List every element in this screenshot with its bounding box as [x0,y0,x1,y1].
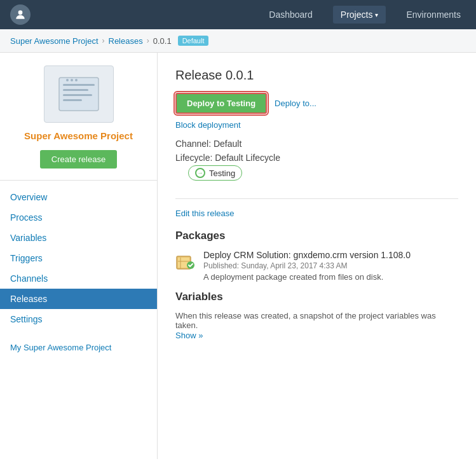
content-divider-1 [175,198,458,199]
breadcrumb-releases[interactable]: Releases [109,36,143,46]
svg-point-6 [66,79,69,81]
channel-info: Channel: Default [175,139,458,149]
package-published: Published: Sunday, April 23, 2017 4:33 A… [203,261,411,270]
testing-circle-icon: → [195,168,205,178]
variables-title: Variables [175,291,458,303]
package-desc: A deployment package created from files … [203,272,411,282]
variables-section: Variables When this release was created,… [175,291,458,340]
main-layout: Super Awesome Project Create release Ove… [0,53,476,459]
sidebar-nav: Overview Process Variables Triggers Chan… [0,187,157,329]
lifecycle-info: Lifecycle: Default Lifecycle [175,153,458,163]
packages-title: Packages [175,230,458,242]
sidebar: Super Awesome Project Create release Ove… [0,53,158,459]
svg-point-0 [18,10,23,15]
project-icon [44,65,114,123]
caret-icon: ▾ [375,11,378,18]
package-name: Deploy CRM Solution: gnxdemo.crm version… [203,250,411,260]
edit-release-link[interactable]: Edit this release [175,209,235,218]
package-icon [175,251,196,272]
svg-point-7 [71,79,73,81]
breadcrumb-version: 0.0.1 [153,36,172,46]
svg-rect-5 [63,99,82,101]
block-deployment-link[interactable]: Block deployment [175,120,458,130]
sidebar-item-channels[interactable]: Channels [0,268,157,289]
sidebar-footer: My Super Awesome Project [0,334,157,352]
package-info: Deploy CRM Solution: gnxdemo.crm version… [203,250,411,282]
default-badge: Default [178,36,209,46]
sidebar-project-name: Super Awesome Project [18,130,139,141]
svg-rect-3 [63,89,88,91]
release-title: Release 0.0.1 [175,68,458,83]
deploy-to-link[interactable]: Deploy to... [275,99,316,108]
sidebar-item-releases[interactable]: Releases [0,289,157,309]
sidebar-item-settings[interactable]: Settings [0,309,157,329]
show-link[interactable]: Show » [175,331,203,340]
breadcrumb: Super Awesome Project › Releases › 0.0.1… [0,29,476,53]
logo-icon [10,4,31,25]
sidebar-divider [0,180,157,181]
breadcrumb-sep-2: › [147,36,149,45]
testing-badge-label: Testing [209,169,235,178]
package-row: Deploy CRM Solution: gnxdemo.crm version… [175,250,458,282]
sidebar-item-variables[interactable]: Variables [0,228,157,248]
breadcrumb-project[interactable]: Super Awesome Project [10,36,99,46]
action-row: Deploy to Testing Deploy to... [175,93,458,114]
testing-badge: → Testing [188,165,242,181]
svg-rect-2 [63,84,95,86]
breadcrumb-sep-1: › [102,36,105,45]
projects-dropdown[interactable]: Projects ▾ [333,6,386,24]
my-project-link[interactable]: My Super Awesome Project [10,343,111,352]
sidebar-item-triggers[interactable]: Triggers [0,248,157,268]
sidebar-item-process[interactable]: Process [0,207,157,228]
sidebar-item-overview[interactable]: Overview [0,187,157,207]
deploy-to-testing-button[interactable]: Deploy to Testing [175,93,267,114]
main-content: Release 0.0.1 Deploy to Testing Deploy t… [158,53,476,459]
dashboard-link[interactable]: Dashboard [264,7,318,22]
svg-point-8 [75,79,78,81]
create-release-button[interactable]: Create release [40,150,117,169]
variables-desc: When this release was created, a snapsho… [175,311,458,330]
top-nav: Dashboard Projects ▾ Environments [0,0,476,29]
environments-link[interactable]: Environments [401,7,466,22]
svg-rect-4 [63,94,92,96]
